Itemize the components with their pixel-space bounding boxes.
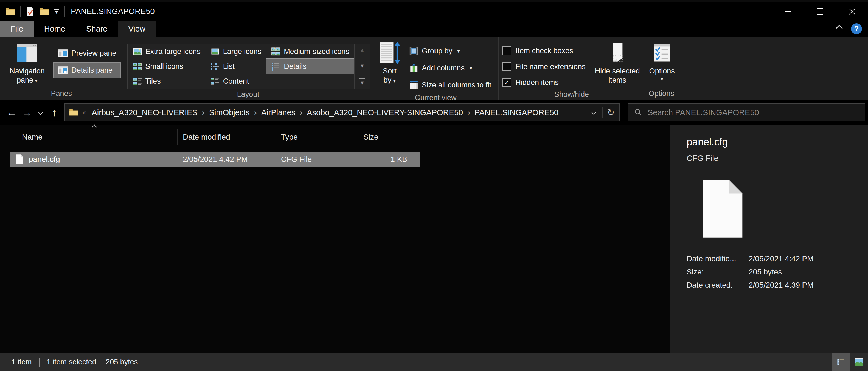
layout-option-tiles[interactable]: Tiles <box>128 74 206 89</box>
layout-option-large-icons[interactable]: Large icons <box>206 44 267 59</box>
breadcrumb-item[interactable]: Asobo_A320_NEO-LIVERY-SINGAPORE50 <box>305 108 465 117</box>
dropdown-caret-icon: ▾ <box>469 65 472 71</box>
qat-customize-button[interactable]: ▾ <box>54 9 59 14</box>
close-button[interactable] <box>836 2 868 21</box>
layout-option-medium-sized-icons[interactable]: Medium-sized icons <box>266 44 354 59</box>
preview-pane-button[interactable]: Preview pane <box>54 46 120 61</box>
view-toggles <box>832 353 868 371</box>
chevron-down-icon <box>38 110 43 115</box>
search-icon <box>634 108 643 117</box>
breadcrumb-separator-icon[interactable]: › <box>251 108 259 117</box>
details-file-type: CFG File <box>687 154 868 163</box>
thumbnails-view-icon <box>854 358 864 366</box>
up-button[interactable]: ↑ <box>46 104 62 121</box>
column-header-date-modified[interactable]: Date modified <box>178 129 276 145</box>
layout-option-small-icons[interactable]: Small icons <box>128 59 206 74</box>
main-area: Name Date modified Type Size panel.cfg 2… <box>0 125 868 353</box>
column-header-type[interactable]: Type <box>276 129 359 145</box>
titlebar[interactable]: ▾ PANEL.SINGAPORE50 <box>0 2 868 21</box>
checkbox-hidden-items[interactable]: ✓ Hidden items <box>502 76 586 89</box>
ribbon-view-tab-panel: Navigation pane▾ Preview pane <box>0 37 868 100</box>
group-by-button[interactable]: Group by ▾ <box>405 44 495 58</box>
close-icon <box>849 8 856 15</box>
collapse-ribbon-button[interactable] <box>837 26 842 32</box>
navigation-pane-icon <box>15 41 39 64</box>
gallery-more-button[interactable]: ▾ <box>360 78 365 86</box>
property-value: 2/05/2021 4:42 PM <box>749 255 868 263</box>
tab-file[interactable]: File <box>0 21 34 37</box>
navigation-pane-button[interactable]: Navigation pane▾ <box>4 40 51 85</box>
column-header-size[interactable]: Size <box>359 129 412 145</box>
file-date-modified: 2/05/2021 4:42 PM <box>178 155 276 164</box>
tab-share[interactable]: Share <box>76 21 118 37</box>
property-label: Date modifie... <box>687 255 749 263</box>
breadcrumb-item[interactable]: Airbus_A320_NEO-LIVERIES <box>90 108 199 117</box>
chevron-down-icon <box>592 110 596 115</box>
hide-selected-items-icon <box>606 41 629 64</box>
ribbon-group-options: Options ▾ Options <box>646 37 678 100</box>
gallery-scroll-down-button[interactable]: ▾ <box>361 63 364 69</box>
list-icon <box>211 62 220 71</box>
group-label-show-hide: Show/hide <box>499 89 645 101</box>
hide-selected-items-button[interactable]: Hide selected items <box>593 40 642 85</box>
refresh-button[interactable]: ↻ <box>602 104 619 121</box>
breadcrumb-item[interactable]: AirPlanes <box>259 108 297 117</box>
size-all-columns-button[interactable]: Size all columns to fit <box>405 77 495 92</box>
thumbnails-view-button[interactable] <box>850 353 868 371</box>
options-button[interactable]: Options ▾ <box>649 40 675 81</box>
forward-button[interactable]: → <box>19 104 35 121</box>
maximize-icon <box>817 8 823 15</box>
sort-by-icon <box>378 41 401 65</box>
recent-locations-button[interactable] <box>35 104 46 121</box>
checkbox-file-name-extensions[interactable]: File name extensions <box>502 60 586 73</box>
minimize-icon <box>785 11 791 12</box>
dropdown-caret-icon: ▾ <box>457 48 460 54</box>
search-input[interactable] <box>647 108 865 117</box>
group-label-panes: Panes <box>0 88 123 100</box>
breadcrumb-item-current[interactable]: PANEL.SINGAPORE50 <box>473 108 560 117</box>
details-icon <box>271 62 280 71</box>
help-button[interactable]: ? <box>851 23 862 34</box>
details-pane-icon <box>58 66 68 75</box>
tab-view[interactable]: View <box>118 21 156 37</box>
search-bar[interactable] <box>628 103 865 122</box>
maximize-button[interactable] <box>804 2 836 21</box>
large-icons-icon <box>211 47 220 56</box>
file-icon <box>16 154 24 165</box>
details-view-button[interactable] <box>832 353 850 371</box>
file-row-panel-cfg[interactable]: panel.cfg 2/05/2021 4:42 PM CFG File 1 K… <box>10 151 421 167</box>
medium-sized-icons-icon <box>271 47 280 56</box>
details-pane-button[interactable]: Details pane <box>54 63 120 77</box>
breadcrumb-separator-icon[interactable]: › <box>465 108 473 117</box>
layout-option-list[interactable]: List <box>206 59 267 74</box>
back-button[interactable]: ← <box>4 104 19 121</box>
property-label: Size: <box>687 268 749 276</box>
file-name: panel.cfg <box>29 155 60 164</box>
layout-gallery: Extra large icons Small icons <box>127 44 370 89</box>
dropdown-caret-icon: ▾ <box>393 77 396 83</box>
new-folder-icon <box>39 7 49 15</box>
property-value: 205 bytes <box>749 268 868 276</box>
sort-by-button[interactable]: Sort by▾ <box>377 40 402 85</box>
layout-option-details[interactable]: Details <box>266 59 354 74</box>
preview-pane-icon <box>58 49 68 58</box>
layout-option-content[interactable]: Content <box>206 74 267 89</box>
checkbox-item-check-boxes[interactable]: Item check boxes <box>502 44 586 57</box>
add-columns-button[interactable]: Add columns ▾ <box>405 61 495 75</box>
qat-customize-caret-icon: ▾ <box>54 9 59 14</box>
breadcrumb-overflow-icon[interactable]: « <box>82 108 86 117</box>
address-bar[interactable]: « Airbus_A320_NEO-LIVERIES › SimObjects … <box>64 103 620 122</box>
breadcrumb-separator-icon[interactable]: › <box>297 108 305 117</box>
layout-option-extra-large-icons[interactable]: Extra large icons <box>128 44 206 59</box>
ribbon-tabbar: File Home Share View ? <box>0 21 868 37</box>
navigation-bar: ← → ↑ « Airbus_A320_NEO-LIVERIES › SimOb… <box>0 100 868 125</box>
breadcrumb-item[interactable]: SimObjects <box>208 108 251 117</box>
qat-new-folder-button[interactable] <box>39 7 49 15</box>
tab-home[interactable]: Home <box>34 21 76 37</box>
minimize-button[interactable] <box>772 2 804 21</box>
column-header-name[interactable]: Name <box>0 129 178 145</box>
breadcrumb-separator-icon[interactable]: › <box>199 108 208 117</box>
gallery-scroll-up-button[interactable]: ▴ <box>361 47 364 53</box>
qat-properties-button[interactable] <box>26 7 34 16</box>
address-dropdown-button[interactable] <box>586 104 602 121</box>
